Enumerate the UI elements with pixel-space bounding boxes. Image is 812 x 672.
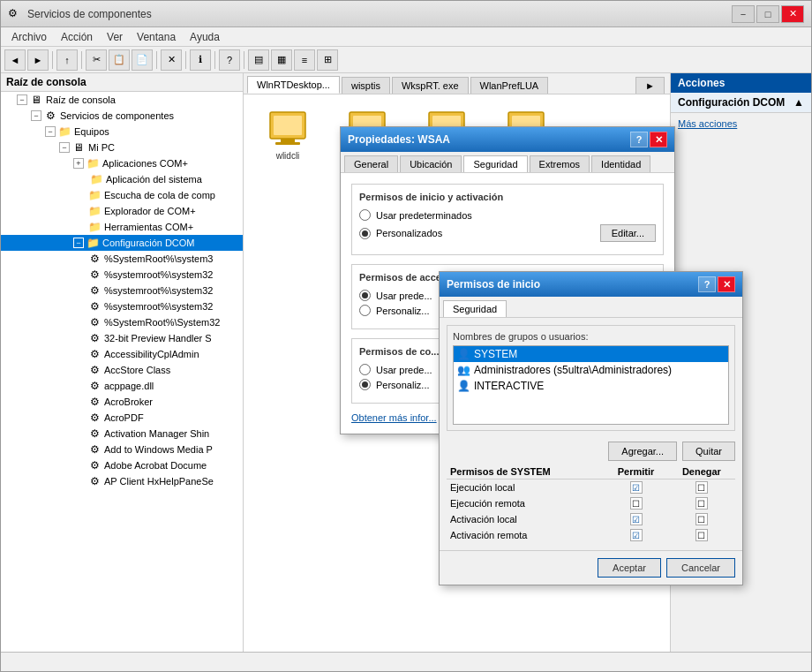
menu-archivo[interactable]: Archivo: [4, 29, 54, 45]
minimize-button[interactable]: −: [732, 5, 755, 23]
view-btn-3[interactable]: ≡: [294, 49, 315, 71]
ejec-local-permitir[interactable]: ☑: [604, 479, 668, 496]
tab-extremos[interactable]: Extremos: [530, 155, 590, 172]
user-admins[interactable]: 👥 Administradores (s5ultra\Administrador…: [454, 362, 728, 378]
tree-item-apclient[interactable]: ⚙ AP Client HxHelpPaneSe: [1, 473, 243, 489]
tree-item-access[interactable]: ⚙ AccessibilityCplAdmin: [1, 346, 243, 362]
properties-button[interactable]: ℹ: [190, 49, 211, 71]
ejec-local-denegar[interactable]: ☐: [668, 479, 735, 496]
tree-item-addtowmp[interactable]: ⚙ Add to Windows Media P: [1, 442, 243, 457]
paste-button[interactable]: 📄: [132, 49, 153, 71]
tree-item-sys4[interactable]: ⚙ %systemroot%\system32: [1, 298, 243, 314]
tab-wisptis[interactable]: wisptis: [342, 77, 390, 94]
expand-root[interactable]: −: [17, 94, 27, 105]
ejec-remota-denegar[interactable]: ☐: [668, 495, 735, 511]
menu-accion[interactable]: Acción: [54, 29, 100, 45]
user-list[interactable]: 👤 SYSTEM 👥 Administradores (s5ultra\Admi…: [453, 345, 729, 425]
tree-item-complus[interactable]: + 📁 Aplicaciones COM+: [1, 155, 243, 171]
view-btn-4[interactable]: ⊞: [317, 49, 338, 71]
propiedades-help-button[interactable]: ?: [630, 132, 648, 147]
menu-ayuda[interactable]: Ayuda: [183, 29, 227, 45]
tab-ubicacion[interactable]: Ubicación: [400, 155, 462, 172]
ejec-remota-permitir[interactable]: ☐: [604, 495, 668, 511]
cancelar-button[interactable]: Cancelar: [666, 558, 735, 578]
acceso-personaliz-radio[interactable]: [359, 305, 371, 316]
help-button[interactable]: ?: [219, 49, 240, 71]
view-btn-2[interactable]: ▦: [271, 49, 292, 71]
tree-container[interactable]: − 🖥 Raíz de consola − ⚙ Servicios de com…: [1, 92, 243, 652]
tree-item-mipc[interactable]: − 🖥 Mi PC: [1, 140, 243, 155]
propiedades-close-button[interactable]: ✕: [650, 132, 667, 147]
tree-item-actmgr[interactable]: ⚙ Activation Manager Shin: [1, 426, 243, 442]
aceptar-button[interactable]: Aceptar: [598, 558, 661, 578]
tree-item-accstore[interactable]: ⚙ AccStore Class: [1, 362, 243, 378]
user-system[interactable]: 👤 SYSTEM: [454, 346, 728, 362]
expand-mipc[interactable]: −: [59, 142, 70, 153]
tree-item-explorador[interactable]: 📁 Explorador de COM+: [1, 203, 243, 219]
view-btn-1[interactable]: ▤: [248, 49, 269, 71]
tree-item-sys3[interactable]: ⚙ %systemroot%\system32: [1, 283, 243, 298]
act-remota-denegar[interactable]: ☐: [668, 527, 735, 543]
usar-pred-radio[interactable]: [359, 209, 371, 221]
tree-item-dcom[interactable]: − 📁 Configuración DCOM: [1, 235, 243, 251]
expand-equipos[interactable]: −: [45, 126, 56, 137]
acceso-usar-radio[interactable]: [359, 290, 371, 301]
tree-item-herramientas[interactable]: 📁 Herramientas COM+: [1, 219, 243, 235]
tree-item-equipos[interactable]: − 📁 Equipos: [1, 124, 243, 140]
tree-item-escucha[interactable]: 📁 Escucha de cola de comp: [1, 187, 243, 203]
actions-collapse-icon[interactable]: ▲: [793, 96, 804, 109]
more-actions-item[interactable]: Más acciones: [671, 117, 811, 131]
tree-item-preview[interactable]: ⚙ 32-bit Preview Handler S: [1, 330, 243, 346]
tree-item-appsistema[interactable]: 📁 Aplicación del sistema: [1, 171, 243, 187]
tree-item-acrobroker[interactable]: ⚙ AcroBroker: [1, 394, 243, 410]
appsistema-icon: 📁: [89, 172, 103, 186]
copy-button[interactable]: 📋: [109, 49, 130, 71]
tree-item-root[interactable]: − 🖥 Raíz de consola: [1, 92, 243, 108]
tree-item-adobe[interactable]: ⚙ Adobe Acrobat Docume: [1, 457, 243, 473]
tab-identidad[interactable]: Identidad: [591, 155, 650, 172]
act-remota-permitir[interactable]: ☑: [604, 527, 668, 543]
back-button[interactable]: ◄: [4, 49, 26, 71]
maximize-button[interactable]: □: [756, 5, 779, 23]
act-local-permitir[interactable]: ☑: [604, 511, 668, 527]
menu-ver[interactable]: Ver: [100, 29, 130, 45]
tab-seguridad[interactable]: Seguridad: [463, 155, 527, 172]
permisos-help-button[interactable]: ?: [698, 276, 716, 292]
config-usar-radio[interactable]: [359, 364, 371, 375]
up-button[interactable]: ↑: [56, 49, 78, 71]
delete-button[interactable]: ✕: [161, 49, 182, 71]
tab-winrt[interactable]: WlnRTDesktop...: [247, 76, 340, 94]
agregar-button[interactable]: Agregar...: [608, 442, 677, 461]
tab-wlan[interactable]: WlanPrefLUA: [470, 77, 549, 94]
tree-item-svc[interactable]: − ⚙ Servicios de componentes: [1, 108, 243, 124]
cut-button[interactable]: ✂: [86, 49, 107, 71]
title-bar-text: Servicios de componentes: [27, 8, 732, 20]
user-interactive[interactable]: 👤 INTERACTIVE: [454, 378, 728, 394]
sys5-label: %SystemRoot%\System32: [104, 317, 220, 328]
status-bar: [1, 652, 811, 671]
permisos-close-button[interactable]: ✕: [718, 276, 735, 292]
expand-svc[interactable]: −: [31, 110, 41, 121]
escucha-icon: 📁: [87, 188, 102, 202]
menu-ventana[interactable]: Ventana: [130, 29, 183, 45]
expand-complus[interactable]: +: [73, 158, 84, 169]
tree-item-sys5[interactable]: ⚙ %SystemRoot%\System32: [1, 314, 243, 330]
forward-button[interactable]: ►: [27, 49, 49, 71]
personalizados-radio[interactable]: [359, 228, 371, 239]
system-user-icon: 👤: [457, 348, 470, 360]
tree-item-sys1[interactable]: ⚙ %SystemRoot%\system3: [1, 251, 243, 267]
tab-general[interactable]: General: [344, 155, 398, 172]
quitar-button[interactable]: Quitar: [682, 442, 735, 461]
editar-button[interactable]: Editar...: [600, 224, 656, 242]
close-button[interactable]: ✕: [781, 5, 804, 23]
icon-wlidcli[interactable]: wlidcli: [252, 103, 323, 174]
config-personaliz-radio[interactable]: [359, 379, 371, 390]
expand-dcom[interactable]: −: [73, 238, 84, 248]
tree-item-acropdf[interactable]: ⚙ AcroPDF: [1, 410, 243, 426]
tab-scroll-right[interactable]: ►: [635, 77, 665, 94]
tab-seguridad-permisos[interactable]: Seguridad: [443, 300, 507, 317]
act-local-denegar[interactable]: ☐: [668, 511, 735, 527]
tree-item-acppage[interactable]: ⚙ acppage.dll: [1, 378, 243, 394]
tab-wksprt[interactable]: WkspRT. exe: [392, 77, 469, 94]
tree-item-sys2[interactable]: ⚙ %systemroot%\system32: [1, 267, 243, 283]
